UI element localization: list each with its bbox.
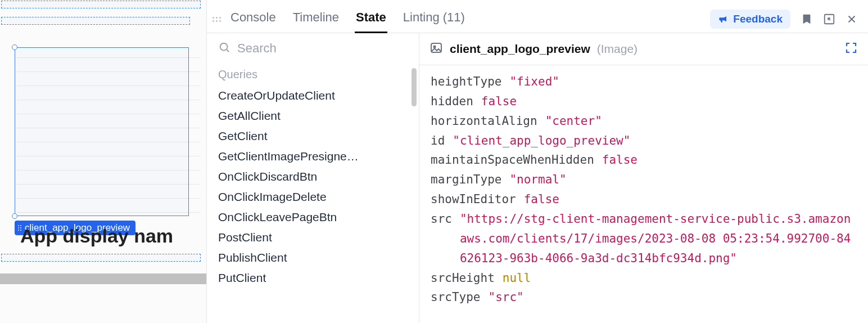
selection-handle-bl[interactable] [12,213,17,219]
property-row: id"client_app_logo_preview" [431,131,857,151]
property-row: heightType"fixed" [431,72,857,92]
svg-point-1 [220,43,228,51]
property-row: showInEditorfalse [431,190,857,209]
query-item[interactable]: OnClickImageDelete [218,187,408,207]
property-value: null [503,268,531,288]
property-key: heightType [431,72,501,92]
query-item[interactable]: CreateOrUpdateClient [218,86,408,106]
collapse-button[interactable] [823,13,835,25]
panel-tabbar: Console Timeline State Linting (11) Feed… [207,0,868,33]
tab-linting[interactable]: Linting (11) [402,6,466,33]
tab-state[interactable]: State [355,6,387,33]
property-row: srcHeightnull [431,268,857,288]
property-value: false [524,190,559,209]
property-key: maintainSpaceWhenHidden [431,150,594,170]
property-key: srcType [431,288,481,307]
queries-pane: Queries CreateOrUpdateClientGetAllClient… [207,33,419,323]
drag-handle-icon[interactable] [213,17,221,22]
property-value: "src" [489,288,524,307]
property-key: horizontalAlign [431,111,537,131]
property-key: src [431,209,452,229]
properties-type-label: (Image) [597,42,638,56]
expand-icon [844,41,858,55]
feedback-label: Feedback [733,13,783,25]
scrollbar-thumb[interactable] [412,68,417,106]
selection-outline-top [1,1,201,8]
property-row: hiddenfalse [431,92,857,111]
query-item[interactable]: OnClickLeavePageBtn [218,207,408,227]
properties-body[interactable]: heightType"fixed"hiddenfalsehorizontalAl… [419,65,868,323]
svg-point-3 [433,46,435,47]
bookmark-icon [801,13,813,25]
query-item[interactable]: GetAllClient [218,106,408,126]
selection-outline-mid [1,17,190,25]
property-value: "https://stg-client-management-service-p… [460,209,853,268]
query-item[interactable]: OnClickDiscardBtn [218,167,408,187]
property-key: id [431,131,445,151]
property-row: src"https://stg-client-management-servic… [431,209,857,268]
tab-console[interactable]: Console [229,6,277,33]
property-key: showInEditor [431,190,516,209]
canvas-preview: client_app_logo_preview App display nam [0,0,207,323]
tab-timeline[interactable]: Timeline [292,6,340,33]
selection-outline-bottom [1,254,201,262]
canvas-display-title: App display nam [20,225,173,247]
property-key: srcHeight [431,268,495,288]
property-row: horizontalAlign"center" [431,111,857,131]
megaphone-icon [718,14,729,25]
property-row: srcType"src" [431,288,857,307]
property-key: marginType [431,170,501,190]
close-button[interactable] [846,13,858,25]
close-icon [846,13,858,25]
property-row: maintainSpaceWhenHiddenfalse [431,150,857,170]
queries-section-header: Queries [218,68,408,81]
property-value: false [602,150,638,170]
query-item[interactable]: PublishClient [218,248,408,268]
expand-button[interactable] [844,41,858,57]
property-value: "fixed" [509,72,559,92]
canvas-footer-bar [0,273,206,284]
search-input[interactable] [237,41,408,56]
query-item[interactable]: GetClientImagePresigne… [218,146,408,167]
feedback-button[interactable]: Feedback [710,10,790,29]
selection-box[interactable] [15,47,189,216]
property-value: "center" [545,111,602,131]
collapse-icon [823,13,835,25]
bookmark-button[interactable] [801,13,813,25]
properties-pane: client_app_logo_preview (Image) heightTy… [419,33,868,323]
property-key: hidden [431,92,473,111]
selection-handle-tl[interactable] [12,44,17,50]
queries-list: Queries CreateOrUpdateClientGetAllClient… [207,61,419,323]
query-item[interactable]: PostClient [218,227,408,248]
property-value: "client_app_logo_preview" [453,131,630,151]
image-type-icon [430,41,443,57]
property-row: marginType"normal" [431,170,857,190]
query-item[interactable]: PutClient [218,268,408,288]
property-value: false [481,92,517,111]
property-value: "normal" [509,170,566,190]
properties-title: client_app_logo_preview [450,42,590,56]
search-icon [218,41,230,56]
query-item[interactable]: GetClient [218,126,408,146]
